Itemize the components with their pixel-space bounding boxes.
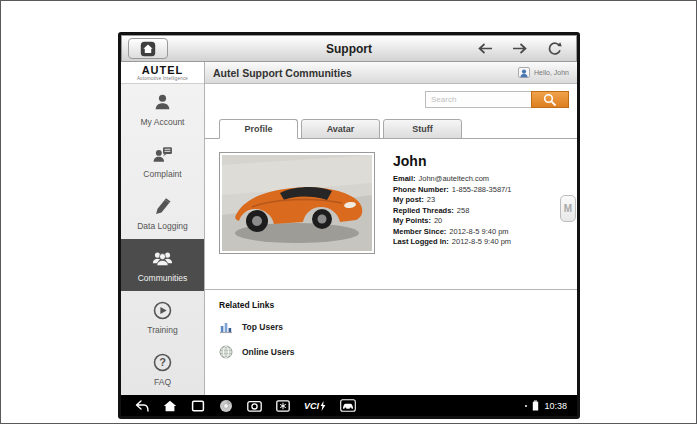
- user-icon: [152, 92, 173, 113]
- profile-field-points: My Points:20: [393, 216, 511, 227]
- sidebar-item-data-logging[interactable]: Data Logging: [121, 188, 204, 240]
- system-bar-icons: VCI: [135, 399, 356, 413]
- profile-info: John Email:John@auteltech.com Phone Numb…: [393, 152, 511, 279]
- search-button[interactable]: [531, 91, 569, 108]
- tab-bar: Profile Avatar Stuff: [205, 111, 577, 138]
- related-links-section: Related Links Top Users: [205, 290, 577, 380]
- android-back-button[interactable]: [135, 400, 149, 412]
- profile-field-phone: Phone Number:1-855-288-3587/1: [393, 185, 511, 196]
- sidebar-item-label: My Account: [141, 117, 185, 127]
- sidebar-item-my-account[interactable]: My Account: [121, 84, 204, 136]
- refresh-button[interactable]: [547, 41, 562, 56]
- svg-text:?: ?: [159, 356, 166, 368]
- camera-button[interactable]: [247, 400, 262, 412]
- sidebar-item-label: Complaint: [143, 169, 181, 179]
- sidebar-item-label: Communities: [138, 273, 188, 283]
- link-top-users[interactable]: Top Users: [219, 320, 563, 334]
- back-button[interactable]: [477, 42, 493, 55]
- sidebar: AUTEL Automotive Intelligence My Account: [121, 62, 205, 395]
- browser-globe-icon: [219, 399, 233, 413]
- recent-apps-button[interactable]: [191, 400, 205, 412]
- profile-field-member-since: Member Since:2012-8-5 9:40 pm: [393, 227, 511, 238]
- sidebar-item-label: FAQ: [154, 377, 171, 387]
- profile-field-posts: My post:23: [393, 195, 511, 206]
- clock-text: 10:38: [544, 401, 567, 411]
- globe-icon: [219, 345, 233, 359]
- vehicle-button[interactable]: [340, 399, 356, 412]
- communities-icon: [152, 248, 173, 269]
- link-label: Online Users: [242, 347, 294, 357]
- android-back-icon: [135, 400, 149, 412]
- user-avatar: [518, 67, 530, 78]
- profile-field-last-logged-in: Last Logged In:2012-8-5 9:40 pm: [393, 237, 511, 248]
- vci-label: VCI: [304, 401, 319, 411]
- back-arrow-icon: [477, 42, 493, 55]
- bar-chart-icon: [219, 320, 233, 334]
- autel-logo: AUTEL Automotive Intelligence: [121, 62, 204, 84]
- device-body: AUTEL Automotive Intelligence My Account: [121, 62, 577, 395]
- section-title: Autel Support Communities: [213, 67, 352, 79]
- link-online-users[interactable]: Online Users: [219, 345, 563, 359]
- data-logging-icon: [152, 196, 173, 217]
- profile-name: John: [393, 153, 511, 169]
- sidebar-item-communities[interactable]: Communities: [121, 239, 204, 291]
- home-button[interactable]: [128, 38, 168, 59]
- android-home-button[interactable]: [163, 400, 177, 412]
- android-home-icon: [163, 400, 177, 412]
- tab-stuff[interactable]: Stuff: [383, 119, 462, 139]
- profile-field-email: Email:John@auteltech.com: [393, 174, 511, 185]
- status-area: 10:38: [525, 400, 567, 411]
- link-label: Top Users: [242, 322, 283, 332]
- sidebar-item-complaint[interactable]: Complaint: [121, 136, 204, 188]
- vci-button[interactable]: VCI: [304, 401, 326, 411]
- device-frame: Support: [118, 32, 580, 419]
- system-bar: VCI: [121, 395, 577, 416]
- user-greeting: Hello, John: [518, 67, 569, 78]
- training-icon: [152, 300, 173, 321]
- camera-icon: [247, 400, 262, 412]
- complaint-icon: [152, 144, 173, 165]
- lightning-icon: [320, 401, 326, 411]
- car-icon: [340, 399, 356, 412]
- car-photo-illustration: [222, 155, 372, 251]
- recent-apps-icon: [191, 400, 205, 412]
- refresh-icon: [547, 41, 562, 56]
- display-settings-button[interactable]: [276, 400, 290, 412]
- profile-photo: [219, 152, 375, 254]
- battery-icon: [532, 400, 539, 411]
- search-icon: [543, 93, 557, 107]
- title-bar: Support: [121, 35, 577, 62]
- search-row: [205, 84, 577, 111]
- side-handle-m[interactable]: M: [560, 195, 576, 222]
- sidebar-item-label: Training: [147, 325, 177, 335]
- faq-icon: ?: [152, 352, 173, 373]
- tab-profile[interactable]: Profile: [219, 119, 298, 139]
- profile-field-replied-threads: Replied Threads:258: [393, 206, 511, 217]
- autel-tagline-text: Automotive Intelligence: [122, 76, 203, 81]
- profile-panel: John Email:John@auteltech.com Phone Numb…: [205, 138, 577, 290]
- forward-button[interactable]: [512, 42, 528, 55]
- related-links-title: Related Links: [219, 300, 563, 310]
- autel-brand-text: AUTEL: [122, 65, 203, 76]
- main-content: Autel Support Communities Hello, John: [205, 62, 577, 395]
- sidebar-item-faq[interactable]: ? FAQ: [121, 343, 204, 395]
- brightness-icon: [276, 400, 290, 412]
- tab-avatar[interactable]: Avatar: [301, 119, 380, 139]
- sidebar-item-label: Data Logging: [137, 221, 188, 231]
- greeting-text: Hello, John: [534, 69, 569, 76]
- home-icon: [140, 41, 156, 57]
- nav-buttons: [477, 41, 562, 56]
- section-header: Autel Support Communities Hello, John: [205, 62, 577, 84]
- forward-arrow-icon: [512, 42, 528, 55]
- sidebar-item-training[interactable]: Training: [121, 291, 204, 343]
- user-avatar-icon: [519, 68, 529, 78]
- notification-dot-icon: [525, 405, 527, 407]
- search-input[interactable]: [425, 91, 531, 108]
- browser-button[interactable]: [219, 399, 233, 413]
- manual-page: Support: [0, 0, 697, 424]
